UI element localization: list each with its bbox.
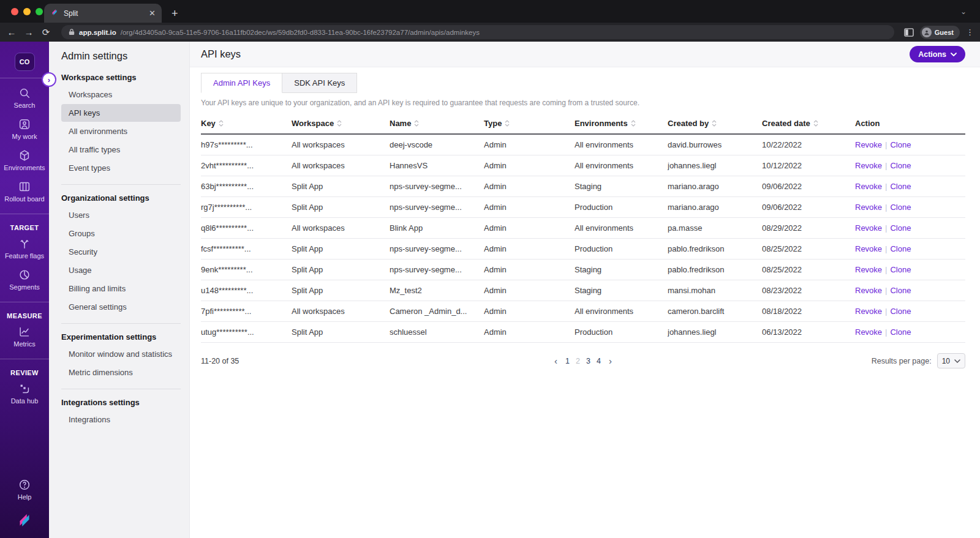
sort-icon[interactable]: [712, 120, 717, 127]
settings-nav-item[interactable]: All environments: [61, 122, 181, 140]
revoke-link[interactable]: Revoke: [855, 140, 882, 149]
cell-name: Blink App: [390, 218, 484, 239]
page-number[interactable]: 4: [597, 357, 601, 365]
clone-link[interactable]: Clone: [890, 182, 911, 191]
table-row: h97s*********...All workspacesdeej-vscod…: [201, 134, 965, 155]
clone-link[interactable]: Clone: [890, 265, 911, 274]
sidebar-item-help[interactable]: Help: [18, 478, 32, 501]
sort-icon[interactable]: [813, 120, 818, 127]
tab-admin-api-keys[interactable]: Admin API Keys: [201, 73, 282, 93]
settings-nav-item[interactable]: All traffic types: [61, 141, 181, 159]
table-row: u148*********...Split AppMz_test2AdminSt…: [201, 280, 965, 301]
tab-sdk-api-keys[interactable]: SDK API Keys: [282, 73, 357, 93]
side-panel-icon[interactable]: [904, 28, 914, 37]
clone-link[interactable]: Clone: [890, 140, 911, 149]
revoke-link[interactable]: Revoke: [855, 182, 882, 191]
reload-icon[interactable]: ⟳: [40, 28, 51, 37]
sort-icon[interactable]: [631, 120, 636, 127]
sidebar-item-my-work[interactable]: My work: [12, 118, 37, 140]
column-header[interactable]: Name: [390, 115, 484, 134]
maximize-window-button[interactable]: [36, 8, 43, 15]
cell-type: Admin: [484, 260, 575, 280]
sort-icon[interactable]: [414, 120, 419, 127]
sidebar-item-search[interactable]: Search: [14, 86, 36, 109]
sidebar-divider: [0, 302, 49, 302]
tab-search-chevron-icon[interactable]: ⌄: [960, 7, 967, 16]
settings-nav-item[interactable]: Workspaces: [61, 86, 181, 103]
url-domain: app.split.io: [79, 29, 116, 36]
clone-link[interactable]: Clone: [890, 327, 911, 337]
settings-nav-item[interactable]: Event types: [61, 159, 181, 177]
settings-group-header: Experimentation settings: [61, 332, 181, 342]
sort-icon[interactable]: [505, 120, 510, 127]
cell-environments: Staging: [575, 260, 668, 280]
settings-nav-item[interactable]: Groups: [61, 225, 181, 242]
minimize-window-button[interactable]: [23, 8, 31, 15]
actions-button[interactable]: Actions: [910, 46, 965, 62]
column-header[interactable]: Environments: [575, 115, 668, 134]
profile-chip[interactable]: Guest: [920, 26, 960, 39]
results-per-page-select[interactable]: 10: [937, 353, 965, 368]
new-tab-button[interactable]: +: [172, 8, 178, 19]
clone-link[interactable]: Clone: [890, 244, 911, 253]
org-logo[interactable]: CO: [15, 53, 35, 71]
next-page-icon[interactable]: ›: [609, 356, 612, 365]
sidebar-item-rollout-board[interactable]: Rollout board: [4, 180, 44, 203]
revoke-link[interactable]: Revoke: [855, 223, 882, 233]
settings-nav-item[interactable]: Metric dimensions: [61, 364, 181, 381]
column-header[interactable]: Type: [484, 115, 575, 134]
revoke-link[interactable]: Revoke: [855, 327, 882, 337]
table-row: 7pfi**********...All workspacesCameron _…: [201, 301, 965, 322]
browser-menu-icon[interactable]: ⋮: [966, 28, 974, 37]
cell-action: Revoke|Clone: [855, 155, 965, 176]
sidebar-item-feature-flags[interactable]: Feature flags: [5, 237, 44, 260]
page-number[interactable]: 1: [565, 357, 570, 365]
url-bar[interactable]: app.split.io/org/4d3405a0-9ca5-11e5-9706…: [61, 25, 894, 39]
cell-created_date: 08/25/2022: [762, 239, 855, 260]
settings-nav-item[interactable]: Monitor window and statistics: [61, 345, 181, 363]
column-header[interactable]: Key: [201, 115, 292, 134]
revoke-link[interactable]: Revoke: [855, 286, 882, 295]
my-work-icon: [18, 118, 31, 131]
revoke-link[interactable]: Revoke: [855, 161, 882, 170]
settings-nav-item[interactable]: Users: [61, 206, 181, 224]
close-window-button[interactable]: [11, 8, 18, 15]
column-header[interactable]: Created by: [668, 115, 762, 134]
cell-workspace: All workspaces: [292, 301, 390, 322]
settings-nav-item[interactable]: Integrations: [61, 411, 181, 428]
sidebar-divider: [0, 359, 49, 359]
clone-link[interactable]: Clone: [890, 223, 911, 233]
settings-nav-item[interactable]: Usage: [61, 261, 181, 279]
sidebar-item-data-hub[interactable]: Data hub: [11, 382, 39, 405]
page-number[interactable]: 2: [576, 357, 580, 365]
clone-link[interactable]: Clone: [890, 161, 911, 170]
settings-nav-item[interactable]: API keys: [61, 104, 181, 122]
revoke-link[interactable]: Revoke: [855, 244, 882, 253]
sidebar-item-segments[interactable]: Metrics Segments: [9, 268, 40, 291]
column-header[interactable]: Workspace: [292, 115, 390, 134]
revoke-link[interactable]: Revoke: [855, 307, 882, 316]
sort-icon[interactable]: [337, 120, 342, 127]
revoke-link[interactable]: Revoke: [855, 265, 882, 274]
sidebar-item-metrics[interactable]: Metrics: [13, 325, 35, 348]
collapse-sidebar-button[interactable]: ›: [42, 72, 56, 87]
clone-link[interactable]: Clone: [890, 307, 911, 316]
api-keys-tabs: Admin API Keys SDK API Keys: [201, 73, 965, 93]
settings-nav-item[interactable]: Security: [61, 243, 181, 261]
forward-icon[interactable]: →: [23, 28, 34, 37]
previous-page-icon[interactable]: ‹: [554, 356, 557, 365]
settings-nav-item[interactable]: Billing and limits: [61, 280, 181, 297]
browser-tab[interactable]: Split ✕: [44, 4, 162, 23]
settings-nav-item[interactable]: General settings: [61, 298, 181, 316]
clone-link[interactable]: Clone: [890, 286, 911, 295]
sidebar-item-environments[interactable]: Environments: [4, 149, 45, 171]
back-icon[interactable]: ←: [6, 28, 17, 37]
cell-created_date: 08/18/2022: [762, 301, 855, 322]
column-header[interactable]: Created date: [762, 115, 855, 134]
page-number[interactable]: 3: [586, 357, 590, 365]
sort-icon[interactable]: [219, 120, 224, 127]
clone-link[interactable]: Clone: [890, 203, 911, 212]
window-controls[interactable]: [11, 8, 43, 15]
revoke-link[interactable]: Revoke: [855, 203, 882, 212]
tab-close-icon[interactable]: ✕: [149, 9, 156, 18]
